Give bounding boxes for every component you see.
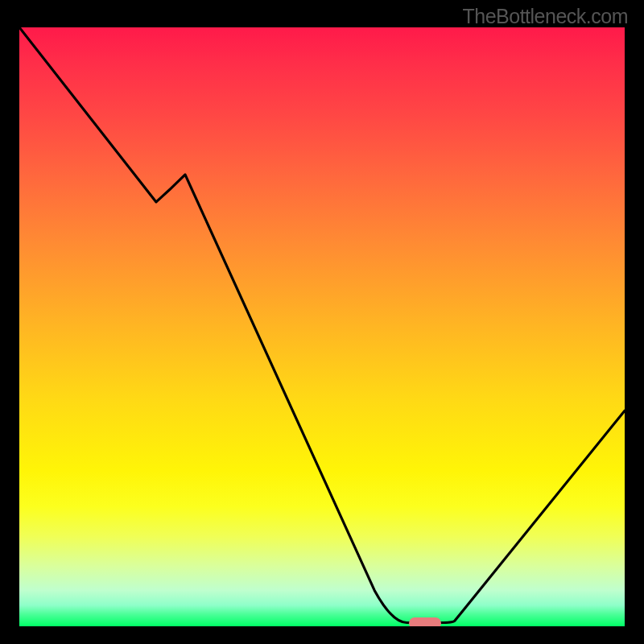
watermark-text: TheBottleneck.com — [463, 5, 629, 28]
chart-container: TheBottleneck.com — [0, 0, 644, 644]
plot-area — [19, 27, 625, 626]
bottleneck-curve — [19, 27, 625, 626]
optimal-marker — [409, 617, 441, 626]
